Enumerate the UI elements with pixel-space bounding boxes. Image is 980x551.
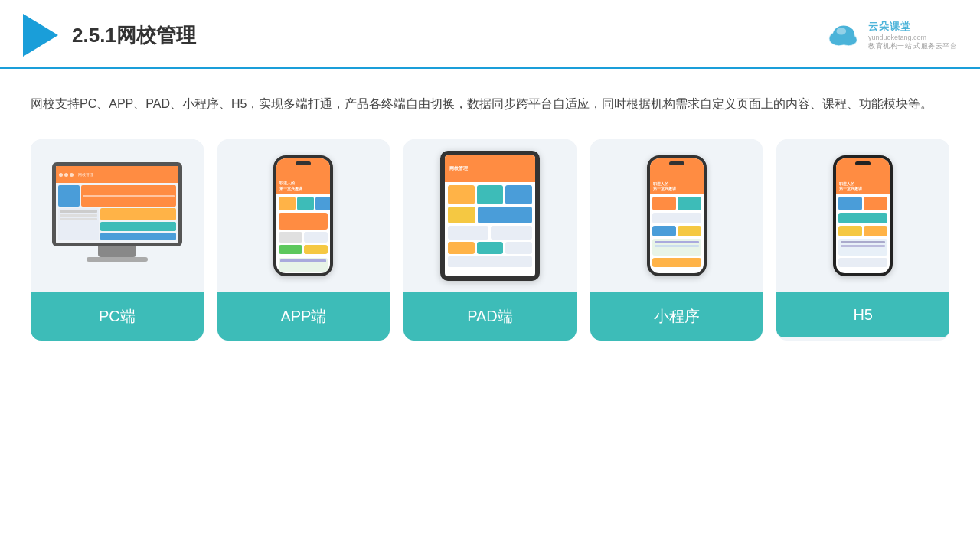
h5-image-area: 职进人的 第一堂兴趣课 (776, 139, 949, 292)
brand-text: 云朵课堂 yunduoketang.com 教育机构一站 式服务云平台 (868, 20, 957, 51)
miniprogram-label: 小程序 (590, 292, 763, 341)
miniprogram-phone-mockup: 职进人的 第一堂兴趣课 (647, 155, 707, 276)
card-pc: 网校管理 (31, 139, 204, 341)
pad-label: PAD端 (403, 292, 577, 341)
svg-point-7 (836, 28, 846, 35)
header-left: 2.5.1网校管理 (23, 14, 196, 57)
h5-phone-mockup: 职进人的 第一堂兴趣课 (833, 155, 893, 276)
svg-rect-6 (835, 38, 852, 44)
pad-image-area: 网校管理 (403, 139, 577, 292)
miniprogram-image-area: 职进人的 第一堂兴趣课 (590, 139, 763, 292)
card-app: 职进人的 第一堂兴趣课 (217, 139, 390, 341)
pc-label: PC端 (31, 292, 204, 341)
app-image-area: 职进人的 第一堂兴趣课 (217, 139, 390, 292)
main-content: 网校支持PC、APP、PAD、小程序、H5，实现多端打通，产品各终端自由切换，数… (0, 69, 980, 364)
pad-tablet-mockup: 网校管理 (440, 151, 540, 281)
pc-image-area: 网校管理 (31, 139, 204, 292)
card-pad: 网校管理 (403, 139, 577, 341)
app-label: APP端 (217, 292, 390, 341)
page-title: 2.5.1网校管理 (72, 22, 196, 49)
brand-url: yunduoketang.com (868, 34, 926, 41)
header: 2.5.1网校管理 云朵课堂 yunduoketang.com 教育机构一站 (0, 0, 980, 69)
card-h5: 职进人的 第一堂兴趣课 (776, 139, 949, 341)
brand-logo: 云朵课堂 yunduoketang.com 教育机构一站 式服务云平台 (825, 20, 957, 51)
h5-label: H5 (776, 292, 949, 337)
cloud-icon (825, 21, 862, 49)
description-text: 网校支持PC、APP、PAD、小程序、H5，实现多端打通，产品各终端自由切换，数… (31, 92, 949, 116)
brand-tagline1: 教育机构一站 (868, 41, 912, 51)
brand-tagline2: 式服务云平台 (913, 41, 957, 51)
app-phone-mockup: 职进人的 第一堂兴趣课 (273, 155, 333, 276)
brand-name: 云朵课堂 (868, 20, 911, 34)
header-right: 云朵课堂 yunduoketang.com 教育机构一站 式服务云平台 (825, 20, 957, 51)
pc-mockup: 网校管理 (52, 162, 182, 269)
logo-icon (23, 14, 58, 57)
card-miniprogram: 职进人的 第一堂兴趣课 (590, 139, 763, 341)
cards-row: 网校管理 (31, 139, 949, 341)
